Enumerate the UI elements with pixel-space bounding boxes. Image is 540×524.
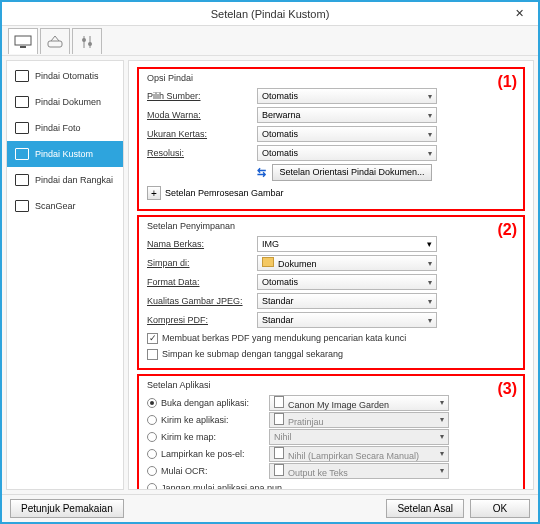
sidebar-item-auto[interactable]: Pindai Otomatis xyxy=(7,63,123,89)
doc-icon xyxy=(15,96,29,108)
sidebar-item-label: ScanGear xyxy=(35,201,76,211)
no-app-radio[interactable]: Jangan mulai aplikasi apa pun xyxy=(147,479,515,490)
chevron-down-icon: ▾ xyxy=(428,278,432,287)
paper-size-label: Ukuran Kertas: xyxy=(147,129,257,139)
select-source-label: Pilih Sumber: xyxy=(147,91,257,101)
sidebar-item-photo[interactable]: Pindai Foto xyxy=(7,115,123,141)
sidebar-item-label: Pindai dan Rangkai xyxy=(35,175,113,185)
stitch-icon xyxy=(15,174,29,186)
tab-general-settings[interactable] xyxy=(72,28,102,54)
checkbox-icon: ✓ xyxy=(147,333,158,344)
data-format-dropdown[interactable]: Otomatis▾ xyxy=(257,274,437,290)
sliders-icon xyxy=(80,35,94,49)
chevron-down-icon: ▾ xyxy=(428,111,432,120)
svg-point-5 xyxy=(82,38,86,42)
color-mode-label: Moda Warna: xyxy=(147,110,257,120)
sidebar-item-stitch[interactable]: Pindai dan Rangkai xyxy=(7,167,123,193)
section-marker-3: (3) xyxy=(497,380,517,398)
swap-icon: ⇆ xyxy=(257,166,266,179)
app-icon xyxy=(274,396,284,408)
body: Pindai Otomatis Pindai Dokumen Pindai Fo… xyxy=(2,56,538,494)
monitor-icon xyxy=(14,35,32,49)
radio-icon xyxy=(147,398,157,408)
send-to-folder-dropdown[interactable]: Nihil▾ xyxy=(269,429,449,445)
checkbox-icon xyxy=(147,349,158,360)
save-in-dropdown[interactable]: Dokumen▾ xyxy=(257,255,437,271)
top-tabbar xyxy=(2,26,538,56)
radio-icon xyxy=(147,415,157,425)
sidebar-item-scangear[interactable]: ScanGear xyxy=(7,193,123,219)
section-title: Setelan Penyimpanan xyxy=(147,221,515,231)
folder-icon xyxy=(262,257,274,267)
radio-icon xyxy=(147,483,157,491)
application-settings-section: (3) Setelan Aplikasi Buka dengan aplikas… xyxy=(137,374,525,490)
radio-icon xyxy=(147,432,157,442)
send-to-folder-radio[interactable]: Kirim ke map:Nihil▾ xyxy=(147,428,515,445)
open-with-app-radio[interactable]: Buka dengan aplikasi:Canon My Image Gard… xyxy=(147,394,515,411)
pdf-compression-dropdown[interactable]: Standar▾ xyxy=(257,312,437,328)
sidebar-item-label: Pindai Otomatis xyxy=(35,71,99,81)
sidebar-item-custom[interactable]: Pindai Kustom xyxy=(7,141,123,167)
doc-icon xyxy=(15,70,29,82)
sidebar: Pindai Otomatis Pindai Dokumen Pindai Fo… xyxy=(6,60,124,490)
start-ocr-dropdown[interactable]: Output ke Teks▾ xyxy=(269,463,449,479)
chevron-down-icon: ▾ xyxy=(428,297,432,306)
tab-scan-from-computer[interactable] xyxy=(8,28,38,54)
save-settings-section: (2) Setelan Penyimpanan Nama Berkas:IMG▾… xyxy=(137,215,525,370)
paper-size-dropdown[interactable]: Otomatis▾ xyxy=(257,126,437,142)
pdf-compression-label: Kompresi PDF: xyxy=(147,315,257,325)
attach-email-dropdown[interactable]: Nihil (Lampirkan Secara Manual)▾ xyxy=(269,446,449,462)
tab-scan-from-panel[interactable] xyxy=(40,28,70,54)
defaults-button[interactable]: Setelan Asal xyxy=(386,499,464,518)
select-source-dropdown[interactable]: Otomatis▾ xyxy=(257,88,437,104)
custom-icon xyxy=(15,148,29,160)
file-name-input[interactable]: IMG▾ xyxy=(257,236,437,252)
resolution-dropdown[interactable]: Otomatis▾ xyxy=(257,145,437,161)
text-icon xyxy=(274,464,284,476)
save-subfolder-checkbox[interactable]: Simpan ke submap dengan tanggal sekarang xyxy=(147,346,515,362)
image-processing-label: Setelan Pemrosesan Gambar xyxy=(165,188,284,198)
section-title: Opsi Pindai xyxy=(147,73,515,83)
section-marker-2: (2) xyxy=(497,221,517,239)
section-title: Setelan Aplikasi xyxy=(147,380,515,390)
chevron-down-icon: ▾ xyxy=(440,432,444,441)
open-with-app-dropdown[interactable]: Canon My Image Garden▾ xyxy=(269,395,449,411)
sidebar-item-document[interactable]: Pindai Dokumen xyxy=(7,89,123,115)
gear-icon xyxy=(15,200,29,212)
ok-button[interactable]: OK xyxy=(470,499,530,518)
chevron-down-icon: ▾ xyxy=(440,449,444,458)
footer: Petunjuk Pemakaian Setelan Asal OK xyxy=(2,494,538,522)
settings-window: Setelan (Pindai Kustom) ✕ Pindai Otomati… xyxy=(0,0,540,524)
jpeg-quality-dropdown[interactable]: Standar▾ xyxy=(257,293,437,309)
jpeg-quality-label: Kualitas Gambar JPEG: xyxy=(147,296,257,306)
svg-rect-1 xyxy=(20,46,26,48)
color-mode-dropdown[interactable]: Berwarna▾ xyxy=(257,107,437,123)
resolution-label: Resolusi: xyxy=(147,148,257,158)
section-marker-1: (1) xyxy=(497,73,517,91)
chevron-down-icon: ▾ xyxy=(440,466,444,475)
sidebar-item-label: Pindai Kustom xyxy=(35,149,93,159)
start-ocr-radio[interactable]: Mulai OCR:Output ke Teks▾ xyxy=(147,462,515,479)
chevron-down-icon: ▾ xyxy=(428,130,432,139)
titlebar: Setelan (Pindai Kustom) ✕ xyxy=(2,2,538,26)
expand-button[interactable]: + xyxy=(147,186,161,200)
mail-icon xyxy=(274,447,284,459)
scanner-icon xyxy=(46,35,64,49)
pdf-keyword-checkbox[interactable]: ✓Membuat berkas PDF yang mendukung penca… xyxy=(147,330,515,346)
send-to-app-dropdown[interactable]: Pratinjau▾ xyxy=(269,412,449,428)
sidebar-item-label: Pindai Foto xyxy=(35,123,81,133)
chevron-down-icon: ▾ xyxy=(440,415,444,424)
chevron-down-icon: ▾ xyxy=(428,316,432,325)
chevron-down-icon: ▾ xyxy=(440,398,444,407)
app-icon xyxy=(274,413,284,425)
window-title: Setelan (Pindai Kustom) xyxy=(211,8,330,20)
photo-icon xyxy=(15,122,29,134)
attach-email-radio[interactable]: Lampirkan ke pos-el:Nihil (Lampirkan Sec… xyxy=(147,445,515,462)
main-panel: (1) Opsi Pindai Pilih Sumber:Otomatis▾ M… xyxy=(128,60,534,490)
data-format-label: Format Data: xyxy=(147,277,257,287)
send-to-app-radio[interactable]: Kirim ke aplikasi:Pratinjau▾ xyxy=(147,411,515,428)
instructions-button[interactable]: Petunjuk Pemakaian xyxy=(10,499,124,518)
close-button[interactable]: ✕ xyxy=(504,4,534,22)
file-name-label: Nama Berkas: xyxy=(147,239,257,249)
orientation-settings-button[interactable]: Setelan Orientasi Pindai Dokumen... xyxy=(272,164,432,181)
